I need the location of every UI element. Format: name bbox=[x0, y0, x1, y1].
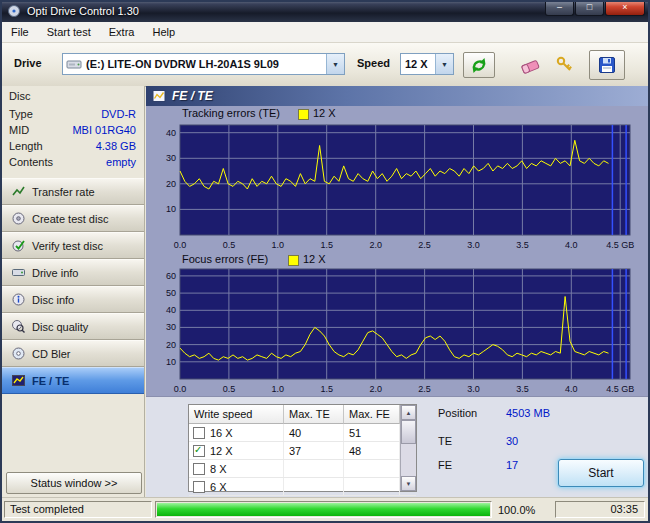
sidebar-item-label: Transfer rate bbox=[32, 186, 95, 198]
disc-field-length: Length 4.38 GB bbox=[2, 140, 145, 156]
cell-max-te: 37 bbox=[284, 442, 344, 459]
sidebar-item-transfer-rate[interactable]: Transfer rate bbox=[2, 178, 144, 205]
sidebar-item-label: Drive info bbox=[32, 267, 78, 279]
eraser-icon bbox=[519, 55, 541, 75]
field-label: MID bbox=[9, 124, 29, 136]
statusbar: Test completed 100.0% 03:35 bbox=[2, 497, 648, 521]
field-value: 4.38 GB bbox=[96, 140, 136, 152]
panel-title: FE / TE bbox=[172, 89, 213, 103]
fe-result-label: FE bbox=[438, 459, 452, 471]
field-value: MBI 01RG40 bbox=[72, 124, 136, 136]
te-result-value: 30 bbox=[506, 435, 518, 447]
row-checkbox[interactable] bbox=[193, 463, 205, 475]
sidebar-item-cd-bler[interactable]: CD Bler bbox=[2, 340, 144, 367]
license-button[interactable] bbox=[549, 51, 581, 79]
app-window: Opti Drive Control 1.30 – □ × File Start… bbox=[0, 0, 650, 523]
te-result-label: TE bbox=[438, 435, 452, 447]
row-checkbox[interactable] bbox=[193, 445, 205, 457]
speed-dropdown-arrow-icon[interactable]: ▼ bbox=[435, 54, 453, 74]
sidebar-item-fe-te[interactable]: FE / TE bbox=[2, 367, 144, 394]
transfer-rate-icon bbox=[11, 185, 25, 198]
maximize-button[interactable]: □ bbox=[575, 0, 604, 16]
position-value: 4503 MB bbox=[506, 407, 550, 419]
sidebar-item-label: FE / TE bbox=[32, 375, 69, 387]
sidebar-item-label: CD Bler bbox=[32, 348, 71, 360]
disc-info-icon bbox=[11, 293, 25, 306]
save-icon bbox=[597, 55, 617, 75]
table-header: Write speed Max. TE Max. FE bbox=[189, 405, 416, 424]
field-label: Type bbox=[9, 108, 33, 120]
fe-legend-label: 12 X bbox=[303, 253, 326, 265]
row-checkbox[interactable] bbox=[193, 481, 205, 493]
svg-text:1.5: 1.5 bbox=[320, 240, 333, 250]
sidebar-item-label: Disc info bbox=[32, 294, 74, 306]
panel-header: FE / TE bbox=[146, 86, 648, 106]
svg-text:40: 40 bbox=[166, 128, 176, 138]
results-section: Write speed Max. TE Max. FE 16 X 40 51 1… bbox=[146, 396, 648, 497]
svg-text:0.0: 0.0 bbox=[174, 240, 187, 250]
scroll-down-icon[interactable]: ▼ bbox=[401, 476, 416, 491]
status-window-button[interactable]: Status window >> bbox=[6, 472, 142, 494]
sidebar: Disc Type DVD-R MID MBI 01RG40 Length 4.… bbox=[2, 86, 145, 497]
optical-drive-icon bbox=[66, 57, 82, 71]
svg-text:2.0: 2.0 bbox=[369, 384, 382, 394]
menu-item-start-test[interactable]: Start test bbox=[38, 22, 100, 42]
sidebar-item-create-test-disc[interactable]: Create test disc bbox=[2, 205, 144, 232]
sidebar-item-label: Create test disc bbox=[32, 213, 108, 225]
sidebar-item-disc-info[interactable]: Disc info bbox=[2, 286, 144, 313]
disc-group-caption: Disc bbox=[9, 90, 30, 102]
sidebar-item-drive-info[interactable]: Drive info bbox=[2, 259, 144, 286]
cell-max-te bbox=[284, 478, 344, 495]
start-button[interactable]: Start bbox=[558, 459, 644, 487]
drive-value: (E:) LITE-ON DVDRW LH-20A1S 9L09 bbox=[82, 58, 279, 70]
drive-dropdown-arrow-icon[interactable]: ▼ bbox=[326, 54, 344, 74]
erase-button[interactable] bbox=[515, 51, 545, 79]
svg-text:2.5: 2.5 bbox=[418, 384, 431, 394]
cell-max-fe: 51 bbox=[344, 424, 400, 441]
table-row[interactable]: 8 X bbox=[189, 460, 416, 478]
menu-item-help[interactable]: Help bbox=[143, 22, 184, 42]
sidebar-item-verify-test-disc[interactable]: Verify test disc bbox=[2, 232, 144, 259]
close-button[interactable]: × bbox=[605, 0, 645, 16]
table-row[interactable]: 16 X 40 51 bbox=[189, 424, 416, 442]
disc-quality-icon bbox=[11, 320, 25, 333]
titlebar: Opti Drive Control 1.30 – □ × bbox=[0, 0, 650, 22]
window-title: Opti Drive Control 1.30 bbox=[27, 5, 139, 17]
disc-field-mid: MID MBI 01RG40 bbox=[2, 124, 145, 140]
row-checkbox[interactable] bbox=[193, 427, 205, 439]
field-value: DVD-R bbox=[101, 108, 136, 120]
menu-item-file[interactable]: File bbox=[2, 22, 38, 42]
table-scrollbar[interactable]: ▲ ▼ bbox=[400, 405, 416, 491]
position-label: Position bbox=[438, 407, 477, 419]
table-row[interactable]: 6 X bbox=[189, 478, 416, 496]
svg-text:4.5 GB: 4.5 GB bbox=[606, 240, 634, 250]
svg-text:3.5: 3.5 bbox=[516, 240, 529, 250]
scrollbar-thumb[interactable] bbox=[401, 420, 416, 444]
fe-chart-title: Focus errors (FE) bbox=[182, 253, 268, 265]
svg-text:0.5: 0.5 bbox=[223, 384, 236, 394]
svg-text:1.5: 1.5 bbox=[320, 384, 333, 394]
svg-text:3.5: 3.5 bbox=[516, 384, 529, 394]
svg-text:1.0: 1.0 bbox=[272, 384, 285, 394]
table-row[interactable]: 12 X 37 48 bbox=[189, 442, 416, 460]
refresh-button[interactable] bbox=[463, 52, 495, 78]
svg-text:30: 30 bbox=[166, 153, 176, 163]
speed-select[interactable]: 12 X ▼ bbox=[400, 53, 454, 75]
speed-value: 12 X bbox=[401, 58, 428, 70]
menu-item-extra[interactable]: Extra bbox=[100, 22, 144, 42]
cell-speed: 12 X bbox=[210, 443, 233, 459]
svg-text:3.0: 3.0 bbox=[467, 240, 480, 250]
cell-max-fe bbox=[344, 478, 400, 495]
te-chart-title: Tracking errors (TE) bbox=[182, 107, 280, 119]
scroll-up-icon[interactable]: ▲ bbox=[401, 405, 416, 420]
save-button[interactable] bbox=[589, 50, 625, 80]
speed-label: Speed bbox=[357, 57, 390, 69]
panel-header-icon bbox=[152, 89, 166, 103]
drive-select[interactable]: (E:) LITE-ON DVDRW LH-20A1S 9L09 ▼ bbox=[62, 53, 345, 75]
sidebar-item-disc-quality[interactable]: Disc quality bbox=[2, 313, 144, 340]
fe-legend-swatch bbox=[288, 255, 299, 266]
sidebar-item-label: Verify test disc bbox=[32, 240, 103, 252]
minimize-button[interactable]: – bbox=[545, 0, 574, 16]
refresh-icon bbox=[469, 55, 489, 75]
cell-max-fe: 48 bbox=[344, 442, 400, 459]
